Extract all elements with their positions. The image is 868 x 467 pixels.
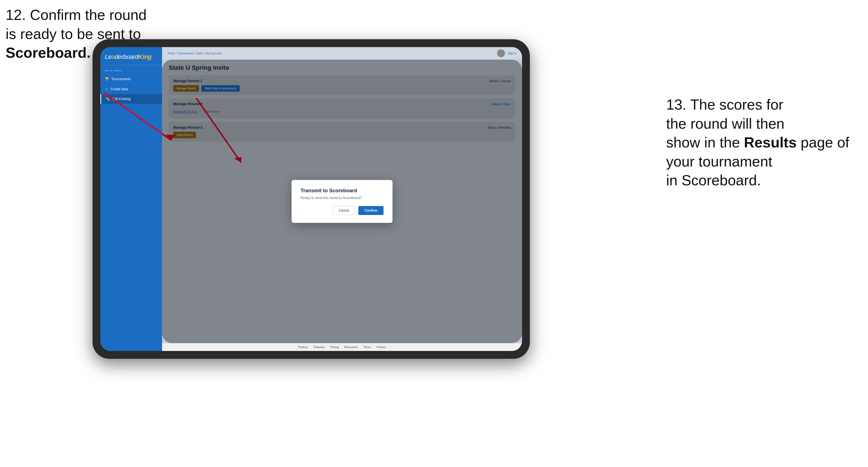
annotation-step13-line1: 13. The scores for	[666, 96, 783, 113]
sidebar-section-label: MAIN MENU	[100, 68, 162, 74]
sidebar: LeaderboardKing MAIN MENU 🏆 Tournaments …	[100, 47, 162, 351]
modal-dialog: Transmit to Scoreboard Ready to send thi…	[291, 180, 393, 223]
tablet-screen: LeaderboardKing MAIN MENU 🏆 Tournaments …	[100, 47, 522, 351]
top-nav-right: Sign In	[497, 49, 517, 57]
modal-overlay: Transmit to Scoreboard Ready to send thi…	[162, 60, 522, 343]
footer-features[interactable]: Features	[313, 346, 324, 349]
sign-in-button[interactable]: Sign In	[508, 52, 517, 55]
main-content: Home / Tournaments / State U Spring Invi…	[162, 47, 522, 351]
sidebar-tournaments-label: Tournaments	[111, 77, 131, 81]
annotation-step12-bold: Scoreboard.	[6, 44, 91, 61]
trophy-icon: 🏆	[105, 77, 109, 81]
annotation-step13-bold: Results	[744, 134, 797, 151]
tablet-frame: LeaderboardKing MAIN MENU 🏆 Tournaments …	[93, 39, 530, 359]
annotation-step13-line2: the round will then	[666, 116, 784, 132]
annotation-step13-line4: page of	[801, 134, 849, 151]
footer-privacy[interactable]: Privacy	[376, 346, 386, 349]
sidebar-create-new-label: Create New	[111, 87, 128, 91]
breadcrumb: Home / Tournaments / State U Spring Invi…	[168, 52, 222, 55]
tablet-footer: Product Features Pricing Resources Terms…	[162, 343, 522, 351]
footer-terms[interactable]: Terms	[363, 346, 371, 349]
annotation-step13-line6: in Scoreboard.	[666, 172, 761, 188]
sidebar-item-create-new[interactable]: ＋ Create New	[100, 84, 162, 94]
breadcrumb-current: State U Spring Invite	[196, 52, 222, 55]
modal-title: Transmit to Scoreboard	[301, 188, 383, 194]
modal-cancel-button[interactable]: Cancel	[333, 206, 355, 215]
footer-product[interactable]: Product	[298, 346, 308, 349]
annotation-step12-line2: is ready to be sent to	[6, 26, 141, 42]
sidebar-item-edit-existing[interactable]: ✏️ Edit Existing	[100, 94, 162, 104]
annotation-step12: 12. Confirm the round is ready to be sen…	[6, 6, 147, 63]
app-layout: LeaderboardKing MAIN MENU 🏆 Tournaments …	[100, 47, 522, 351]
annotation-step13-line5: your tournament	[666, 153, 772, 169]
breadcrumb-home[interactable]: Home	[168, 52, 175, 55]
avatar	[497, 49, 505, 57]
annotation-step13: 13. The scores for the round will then s…	[666, 95, 862, 190]
annotation-step12-line1: 12. Confirm the round	[6, 7, 147, 23]
footer-pricing[interactable]: Pricing	[330, 346, 339, 349]
sidebar-item-tournaments[interactable]: 🏆 Tournaments	[100, 74, 162, 84]
top-nav: Home / Tournaments / State U Spring Invi…	[162, 47, 522, 60]
modal-buttons: Cancel Confirm	[301, 206, 383, 215]
modal-confirm-button[interactable]: Confirm	[358, 206, 383, 215]
footer-resources[interactable]: Resources	[344, 346, 358, 349]
annotation-step13-line3: show in the	[666, 134, 740, 151]
plus-icon: ＋	[105, 87, 108, 91]
sidebar-edit-existing-label: Edit Existing	[112, 97, 131, 101]
breadcrumb-tournaments[interactable]: Tournaments	[178, 52, 194, 55]
modal-subtitle: Ready to send this round to Scoreboard?	[301, 196, 383, 200]
edit-icon: ✏️	[106, 97, 110, 101]
